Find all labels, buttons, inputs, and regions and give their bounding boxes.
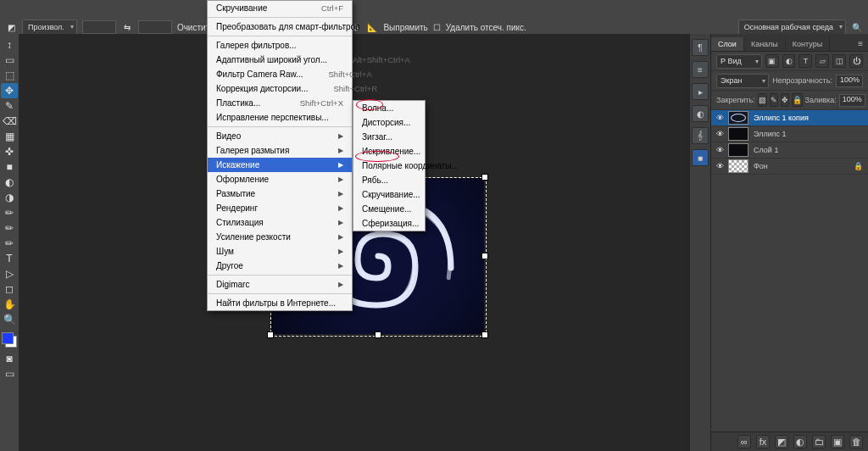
layer-name[interactable]: Эллипс 1: [754, 130, 787, 138]
workspace-select[interactable]: Основная рабочая среда: [738, 19, 846, 35]
menu-item[interactable]: Смещение...: [353, 202, 425, 216]
layer-mask-icon[interactable]: ◩: [775, 435, 788, 448]
straighten-label[interactable]: Выпрямить: [383, 23, 427, 32]
layer-name[interactable]: Эллипс 1 копия: [754, 114, 809, 122]
visibility-toggle[interactable]: 👁: [711, 162, 728, 170]
tab-layers[interactable]: Слои: [711, 37, 744, 51]
menu-item[interactable]: Digimarc▶: [208, 277, 352, 292]
visibility-toggle[interactable]: 👁: [711, 146, 728, 154]
lock-transparency-icon[interactable]: ▨: [758, 93, 767, 107]
adjustments-panel-icon[interactable]: ◐: [692, 105, 709, 122]
menu-item[interactable]: Адаптивный широкий угол...Alt+Shift+Ctrl…: [208, 53, 352, 67]
filter-pixel-icon[interactable]: ▣: [765, 54, 779, 68]
panel-menu-icon[interactable]: ≡: [853, 36, 868, 51]
straighten-icon[interactable]: 📐: [366, 21, 378, 33]
layer-thumbnail[interactable]: [728, 127, 748, 141]
layer-thumbnail[interactable]: [728, 159, 748, 173]
layer-group-icon[interactable]: 🗀: [812, 435, 826, 448]
tab-channels[interactable]: Каналы: [744, 37, 786, 51]
menu-item[interactable]: Усиление резкости▶: [208, 230, 352, 244]
fill-input[interactable]: 100%: [839, 94, 865, 107]
healing-tool[interactable]: ⌫: [1, 114, 18, 129]
menu-item[interactable]: Дисторсия...: [353, 115, 425, 130]
menu-item[interactable]: СкручиваниеCtrl+F: [208, 1, 352, 15]
shape-tool[interactable]: ◻: [1, 281, 18, 297]
swatches-panel-icon[interactable]: ■: [692, 149, 709, 166]
pen-tool[interactable]: ✏: [1, 236, 18, 251]
move-tool[interactable]: ↕: [1, 37, 18, 53]
menu-item[interactable]: Сферизация...: [353, 216, 425, 231]
actions-panel-icon[interactable]: ▸: [692, 83, 709, 100]
filter-toggle[interactable]: ⏻: [849, 54, 863, 68]
history-panel-icon[interactable]: ¶: [692, 39, 709, 56]
menu-item[interactable]: Рендеринг▶: [208, 201, 352, 215]
menu-item[interactable]: Полярные координаты...: [353, 159, 425, 173]
menu-item-wave[interactable]: Волна...: [353, 101, 425, 115]
canvas[interactable]: [19, 34, 689, 451]
layer-row[interactable]: 👁 Слой 1: [711, 142, 868, 159]
filter-menu[interactable]: СкручиваниеCtrl+F Преобразовать для смар…: [207, 0, 353, 311]
visibility-toggle[interactable]: 👁: [711, 130, 728, 138]
menu-item-distort[interactable]: Искажение▶: [208, 158, 352, 172]
brush-tool[interactable]: ▦: [1, 129, 18, 144]
layer-thumbnail[interactable]: [728, 111, 748, 125]
menu-item[interactable]: Стилизация▶: [208, 215, 352, 230]
filter-adjust-icon[interactable]: ◐: [782, 54, 796, 68]
menu-item-twirl[interactable]: Скручивание...: [353, 187, 425, 202]
search-icon[interactable]: 🔍: [851, 21, 863, 33]
layer-name[interactable]: Фон: [754, 162, 768, 170]
properties-panel-icon[interactable]: ≡: [692, 61, 709, 78]
menu-item[interactable]: Зигзаг...: [353, 130, 425, 144]
eraser-tool[interactable]: ◐: [1, 175, 18, 190]
swap-dimensions-icon[interactable]: ⇆: [121, 21, 133, 33]
menu-item[interactable]: Оформление▶: [208, 172, 352, 187]
crop-ratio-select[interactable]: Произвол.: [22, 19, 77, 35]
link-layers-icon[interactable]: ∞: [737, 435, 751, 448]
blur-tool[interactable]: ✏: [1, 205, 18, 220]
filter-type-icon[interactable]: T: [798, 54, 812, 68]
history-brush-tool[interactable]: ■: [1, 159, 18, 175]
color-panel-icon[interactable]: 𝄞: [692, 127, 709, 144]
adjustment-layer-icon[interactable]: ◐: [793, 435, 807, 448]
foreground-background-swatches[interactable]: [2, 332, 17, 348]
path-select-tool[interactable]: ▷: [1, 266, 18, 281]
lasso-tool[interactable]: ⬚: [1, 68, 18, 83]
blend-mode-select[interactable]: Экран: [716, 74, 769, 88]
menu-item[interactable]: Коррекция дисторсии...Shift+Ctrl+R: [208, 81, 352, 96]
layer-row[interactable]: 👁 Эллипс 1 копия: [711, 110, 868, 126]
menu-item[interactable]: Исправление перспективы...Alt+Ctrl+V: [208, 110, 352, 125]
dodge-tool[interactable]: ✏: [1, 220, 18, 236]
opacity-input[interactable]: 100%: [836, 75, 863, 87]
hand-tool[interactable]: ✋: [1, 297, 18, 312]
screenmode-toggle[interactable]: ▭: [1, 366, 18, 381]
crop-tool[interactable]: ✥: [1, 83, 18, 98]
crop-width-input[interactable]: [82, 20, 116, 34]
visibility-toggle[interactable]: 👁: [711, 114, 728, 122]
filter-shape-icon[interactable]: ▱: [815, 54, 829, 68]
menu-item[interactable]: Найти фильтры в Интернете...: [208, 296, 352, 310]
menu-item[interactable]: Шум▶: [208, 244, 352, 259]
layer-fx-icon[interactable]: fx: [756, 435, 770, 448]
menu-item[interactable]: Пластика...Shift+Ctrl+X: [208, 96, 352, 110]
layer-filter-kind[interactable]: Р Вид: [716, 54, 762, 69]
stamp-tool[interactable]: ✜: [1, 144, 18, 159]
new-layer-icon[interactable]: ▣: [831, 435, 844, 448]
crop-height-input[interactable]: [138, 20, 172, 34]
menu-item[interactable]: Фильтр Camera Raw...Shift+Ctrl+A: [208, 67, 352, 81]
lock-position-icon[interactable]: ✥: [781, 93, 789, 107]
layer-row[interactable]: 👁 Фон 🔒: [711, 159, 868, 175]
marquee-tool[interactable]: ▭: [1, 53, 18, 68]
menu-item[interactable]: Преобразовать для смарт-фильтров: [208, 19, 352, 34]
menu-item[interactable]: Искривление...: [353, 144, 425, 159]
gradient-tool[interactable]: ◑: [1, 190, 18, 205]
filter-smart-icon[interactable]: ◫: [832, 54, 846, 68]
layer-thumbnail[interactable]: [728, 143, 748, 157]
zoom-tool[interactable]: 🔍: [1, 312, 18, 327]
menu-item[interactable]: Галерея размытия▶: [208, 143, 352, 158]
lock-all-icon[interactable]: 🔒: [792, 93, 803, 107]
menu-item[interactable]: Галерея фильтров...: [208, 38, 352, 53]
menu-item[interactable]: Видео▶: [208, 129, 352, 143]
layer-row[interactable]: 👁 Эллипс 1: [711, 126, 868, 142]
distort-submenu[interactable]: Волна... Дисторсия... Зигзаг... Искривле…: [353, 100, 426, 231]
layer-name[interactable]: Слой 1: [754, 146, 778, 154]
